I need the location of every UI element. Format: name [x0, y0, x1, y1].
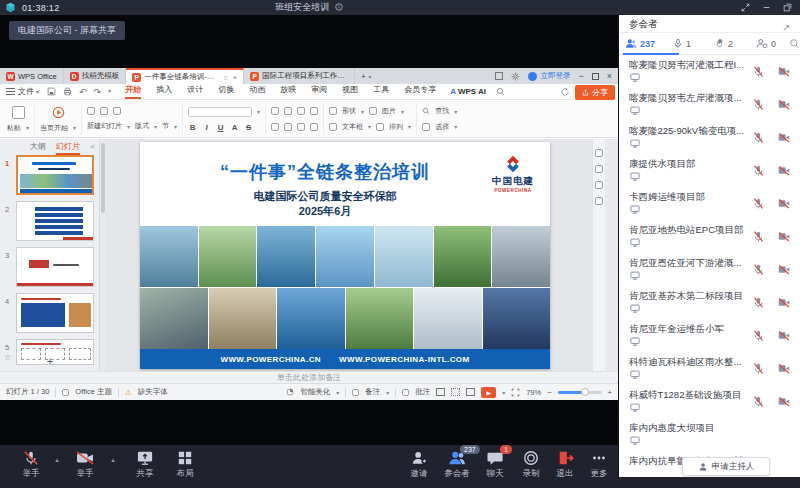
zoom-slider[interactable] [558, 391, 602, 394]
italic-button[interactable]: I [202, 123, 211, 132]
participant-camera-muted-icon[interactable] [777, 362, 791, 375]
select-button[interactable]: 选择 [435, 122, 449, 132]
paste-label[interactable]: 粘贴 [7, 123, 21, 133]
shapes-button[interactable]: 形状 [342, 106, 356, 116]
slide-thumbnail[interactable] [16, 293, 94, 333]
sorter-view-icon[interactable] [451, 388, 460, 396]
slide-thumbnail[interactable] [16, 247, 94, 287]
more-button[interactable]: 更多 [576, 450, 622, 480]
tab-mic-on[interactable]: 1 [661, 38, 703, 49]
wps-share-button[interactable]: 分享 [575, 85, 615, 100]
underline-button[interactable]: U [216, 123, 225, 132]
wps-document-tab-active[interactable]: P 一件事全链条培训-修改.pptx ○ × [126, 68, 244, 84]
participant-row[interactable]: 喀麦隆贝努韦河灌溉工程I... [629, 59, 793, 92]
tab-all-participants[interactable]: 237 [619, 38, 661, 49]
animation-pane-icon[interactable] [595, 181, 603, 189]
paste-icon[interactable] [12, 106, 25, 119]
thumbnail-scrollbar[interactable] [101, 143, 105, 213]
settings-gear-icon[interactable] [511, 72, 520, 81]
participant-row[interactable]: 库内内惠度大坝项目 [629, 422, 793, 455]
play-slideshow-icon[interactable] [52, 106, 65, 119]
participant-mic-muted-icon[interactable] [752, 230, 765, 243]
collapse-panel-icon[interactable]: < [90, 142, 95, 151]
sync-icon[interactable] [560, 87, 570, 97]
find-button[interactable]: 查找 [435, 106, 449, 116]
search-participants-icon[interactable] [789, 38, 800, 49]
participant-camera-muted-icon[interactable] [777, 263, 791, 276]
close-window-icon[interactable]: × [607, 71, 612, 81]
wps-document-tab-2[interactable]: P 国际工程项目系列工作标准应用培训 [244, 68, 355, 84]
font-name-input[interactable] [188, 107, 252, 117]
tab-waiting-room[interactable]: 0 [745, 38, 787, 49]
menu-tools[interactable]: 工具 [373, 84, 389, 99]
participant-mic-muted-icon[interactable] [752, 131, 765, 144]
undo-icon[interactable]: ↶ [79, 87, 87, 97]
tab-outline[interactable]: 大纲 [30, 141, 46, 155]
minimize-window-icon[interactable]: − [578, 71, 583, 81]
beautify-button[interactable]: 智能美化 [300, 387, 330, 397]
missing-font-label[interactable]: 缺失字体 [138, 387, 168, 397]
wps-ai-button[interactable]: A WPS AI [450, 87, 486, 96]
bullet-list-icon[interactable] [271, 107, 279, 115]
close-tab-icon[interactable]: × [233, 73, 237, 82]
slide-thumbnail[interactable] [16, 155, 94, 195]
reading-view-icon[interactable] [466, 388, 475, 396]
expand-window-icon[interactable] [741, 3, 750, 12]
participant-mic-muted-icon[interactable] [752, 329, 765, 342]
selection-pane-icon[interactable] [595, 197, 603, 205]
notes-button[interactable]: 备注 [365, 387, 380, 397]
participant-row[interactable]: 肯尼亚年金运维岳小军 [629, 323, 793, 356]
menu-member[interactable]: 会员专享 [404, 84, 436, 99]
zoom-out-button[interactable]: − [547, 388, 551, 397]
participant-mic-muted-icon[interactable] [752, 65, 765, 78]
comment-button[interactable]: 批注 [415, 387, 430, 397]
camera-options-caret[interactable]: ▲ [110, 457, 116, 463]
current-slide[interactable]: “一件事”全链条整治培训 电建国际公司质量安全环保部 2025年6月 中国电建 … [140, 142, 550, 369]
new-slide-button[interactable]: 新建幻灯片 [87, 121, 122, 131]
participant-camera-muted-icon[interactable] [777, 65, 791, 78]
print-icon[interactable] [63, 87, 72, 96]
menu-view[interactable]: 视图 [342, 84, 358, 99]
slide-layout-button[interactable]: 版式 [135, 121, 149, 131]
participant-row[interactable]: 科特迪瓦科科迪区雨水整... [629, 356, 793, 389]
participant-camera-muted-icon[interactable] [777, 329, 791, 342]
tab-hands-raised[interactable]: 2 [703, 38, 745, 49]
wps-docer-tab[interactable]: D 找稻壳模板 [64, 68, 127, 84]
participant-camera-muted-icon[interactable] [777, 230, 791, 243]
mic-options-caret[interactable]: ▲ [54, 457, 60, 463]
section-button[interactable]: 节 [162, 121, 169, 131]
number-list-icon[interactable] [284, 107, 292, 115]
minimize-panel-icon[interactable] [762, 3, 771, 12]
participant-camera-muted-icon[interactable] [777, 296, 791, 309]
indent-icon[interactable] [297, 107, 305, 115]
camera-button[interactable]: 举手 [62, 450, 108, 480]
participant-camera-muted-icon[interactable] [777, 164, 791, 177]
normal-view-icon[interactable] [436, 388, 445, 396]
participant-row[interactable]: 喀麦隆贝努韦左岸灌溉项... [629, 92, 793, 125]
participant-mic-muted-icon[interactable] [752, 395, 765, 408]
participant-row[interactable]: 康提供水项目部 [629, 158, 793, 191]
save-icon[interactable] [47, 87, 56, 96]
mic-button[interactable]: 举手 [8, 450, 54, 480]
participant-row[interactable]: 肯尼亚恩佐亚河下游灌溉... [629, 257, 793, 290]
arrange-button[interactable]: 排列 [389, 122, 403, 132]
participant-mic-muted-icon[interactable] [752, 296, 765, 309]
menu-review[interactable]: 审阅 [311, 84, 327, 99]
new-tab-button[interactable]: + ▾ [355, 68, 377, 84]
align-left-icon[interactable] [271, 123, 279, 131]
menu-transition[interactable]: 切换 [218, 84, 234, 99]
align-right-icon[interactable] [297, 123, 305, 131]
apply-host-button[interactable]: 申请主持人 [682, 457, 770, 476]
info-icon[interactable] [335, 3, 343, 11]
participant-row[interactable]: 肯尼亚基苏木第二标段项目 [629, 290, 793, 323]
menu-design[interactable]: 设计 [187, 84, 203, 99]
participant-row[interactable]: 科威特T1282基础设施项目 [629, 389, 793, 422]
zoom-in-button[interactable]: + [608, 388, 612, 397]
properties-icon[interactable] [595, 149, 603, 157]
participant-mic-muted-icon[interactable] [752, 263, 765, 276]
participant-camera-muted-icon[interactable] [777, 131, 791, 144]
workspace-icon[interactable] [495, 72, 503, 80]
file-menu-icon[interactable] [6, 88, 15, 95]
zoom-slider-knob[interactable] [581, 388, 589, 396]
participant-mic-muted-icon[interactable] [752, 164, 765, 177]
